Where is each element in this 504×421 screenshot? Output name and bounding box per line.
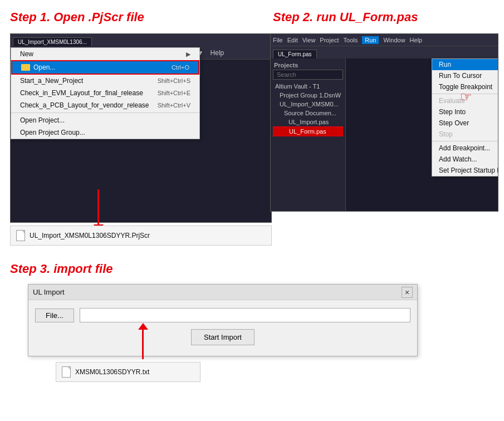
menu-help[interactable]: Help xyxy=(211,49,224,57)
run-ss-label: Set Project Startup Procedure... xyxy=(439,167,498,174)
step2-screenshot: File Edit View Project Tools Run Window … xyxy=(270,33,498,212)
run-tbp-label: Toggle Breakpoint xyxy=(439,83,492,91)
file-button[interactable]: File... xyxy=(35,309,74,322)
import-row: Start Import xyxy=(35,329,410,345)
step3-filename: XMSM0L1306SDYYR.txt xyxy=(75,368,149,376)
s2-tab-row: UL_Form.pas xyxy=(271,46,498,58)
ul-import-dialog: UL Import × File... Start Import xyxy=(28,284,418,356)
run-item-evaluate[interactable]: Evaluate Ctrl+F7 xyxy=(432,95,498,106)
run-abp-label: Add Breakpoint... xyxy=(439,144,490,152)
sidebar-search[interactable] xyxy=(273,70,343,80)
run-eval-label: Evaluate xyxy=(439,97,465,105)
step1-screenshot: UL_Import_XMSM0L1306... File ▼ View ▼ Pr… xyxy=(10,33,272,223)
run-item-run-to-cursor[interactable]: Run To Cursor Ctrl+F9 xyxy=(432,70,498,81)
step1-filename: UL_Import_XMSM0L1306SDYYR.PrjScr xyxy=(30,232,150,239)
s2-menu-window[interactable]: Window xyxy=(383,37,405,43)
step3-arrow xyxy=(142,329,144,359)
s2-sidebar: Projects Altium Vault - T1 Project Group… xyxy=(271,58,346,212)
step2-heading: Step 2. run UL_Form.pas xyxy=(273,10,418,25)
run-item-step-over[interactable]: Step Over F8 xyxy=(432,118,498,129)
dialog-close-button[interactable]: × xyxy=(402,287,413,298)
step3-heading: Step 3. import file xyxy=(10,262,113,276)
sidebar-ul-import-pas[interactable]: UL_Import.pas xyxy=(273,118,343,126)
s2-menu-view[interactable]: View xyxy=(302,37,316,43)
run-item-add-bp[interactable]: Add Breakpoint... xyxy=(432,143,498,154)
run-item-run[interactable]: Run F9 xyxy=(432,59,498,70)
run-stop-label: Stop xyxy=(439,130,453,138)
s2-menu-file[interactable]: File xyxy=(273,37,283,43)
dialog-titlebar: UL Import × xyxy=(28,285,417,300)
menu-open-project[interactable]: Open Project... xyxy=(11,114,199,126)
menu-check-pcb[interactable]: Check_a_PCB_Layout_for_vendor_release Sh… xyxy=(11,99,199,111)
s2-menu-run[interactable]: Run xyxy=(362,36,379,44)
run-rtc-label: Run To Cursor xyxy=(439,72,482,80)
run-item-add-watch[interactable]: Add Watch... Ctrl+F5 xyxy=(432,154,498,165)
run-dropdown: Run F9 Run To Cursor Ctrl+F9 Toggle Brea… xyxy=(432,58,498,177)
check-pcb-label: Check_a_PCB_Layout_for_vendor_release xyxy=(20,101,149,109)
step3-dialog-wrapper: UL Import × File... Start Import xyxy=(28,284,418,370)
check-evm-label: Check_in_EVM_Layout_for_final_release xyxy=(20,89,143,97)
s2-body: Projects Altium Vault - T1 Project Group… xyxy=(271,58,498,212)
file-dropdown: New ▶ Open... Ctrl+O Start_a_New_Project… xyxy=(11,47,200,139)
projects-label: Projects xyxy=(273,61,343,70)
run-sep2 xyxy=(432,141,498,141)
s2-tab-ulform[interactable]: UL_Form.pas xyxy=(273,50,317,58)
s2-menu-tools[interactable]: Tools xyxy=(344,37,358,43)
dialog-title: UL Import xyxy=(33,288,65,296)
sidebar-ul-import[interactable]: UL_Import_XMSM0... xyxy=(273,100,343,109)
menu-new[interactable]: New ▶ xyxy=(11,48,199,60)
sidebar-source-doc[interactable]: Source Documen... xyxy=(273,109,343,118)
run-item-step-into[interactable]: Step Into F7 xyxy=(432,106,498,118)
run-item-stop[interactable]: Stop Ctrl+F3 xyxy=(432,129,498,140)
new-label: New xyxy=(20,50,33,58)
start-new-label: Start_a_New_Project xyxy=(20,77,83,85)
s2-menu-edit[interactable]: Edit xyxy=(287,37,298,43)
sidebar-vault[interactable]: Altium Vault - T1 xyxy=(273,82,343,91)
file-icon-2 xyxy=(62,366,71,378)
file-icon-1 xyxy=(16,230,25,241)
folder-icon xyxy=(21,64,30,71)
run-so-label: Step Over xyxy=(439,119,469,127)
open-label: Open... xyxy=(33,63,55,71)
open-project-group-label: Open Project Group... xyxy=(20,129,85,136)
tab-row: UL_Import_XMSM0L1306... xyxy=(11,34,271,46)
menu-check-evm[interactable]: Check_in_EVM_Layout_for_final_release Sh… xyxy=(11,87,199,99)
tab[interactable]: UL_Import_XMSM0L1306... xyxy=(13,37,92,46)
run-item-set-startup[interactable]: Set Project Startup Procedure... xyxy=(432,165,498,176)
s2-main: ject); Run F9 Run To Cursor Ctrl+F9 Togg… xyxy=(346,58,498,212)
run-run-label: Run xyxy=(439,61,451,68)
menu-start-new-project[interactable]: Start_a_New_Project Shift+Ctrl+S xyxy=(11,75,199,87)
start-import-button[interactable]: Start Import xyxy=(191,329,255,345)
file-row: File... xyxy=(35,308,410,322)
file-path-input[interactable] xyxy=(80,308,410,322)
step1-file-chip: UL_Import_XMSM0L1306SDYYR.PrjScr xyxy=(10,226,272,246)
step3-file-chip: XMSM0L1306SDYYR.txt xyxy=(56,362,200,382)
step1-arrow xyxy=(97,189,99,226)
sidebar-project-group[interactable]: Project Group 1.DsnW xyxy=(273,91,343,100)
menu-open[interactable]: Open... Ctrl+O xyxy=(11,60,199,75)
sidebar-ul-form-pas[interactable]: UL_Form.pas xyxy=(273,126,343,136)
run-sep1 xyxy=(432,94,498,94)
open-project-label: Open Project... xyxy=(20,116,65,124)
menu-open-project-group[interactable]: Open Project Group... xyxy=(11,126,199,139)
step2-menubar: File Edit View Project Tools Run Window … xyxy=(271,34,498,46)
step1-heading: Step 1. Open .PjScr file xyxy=(10,10,144,25)
run-si-label: Step Into xyxy=(439,108,466,116)
run-aw-label: Add Watch... xyxy=(439,155,477,163)
s2-menu-project[interactable]: Project xyxy=(320,37,339,43)
dialog-body: File... Start Import xyxy=(28,300,417,353)
s2-menu-help[interactable]: Help xyxy=(410,37,423,43)
run-item-toggle-bp[interactable]: Toggle Breakpoint F5 xyxy=(432,81,498,92)
separator1 xyxy=(11,112,199,113)
